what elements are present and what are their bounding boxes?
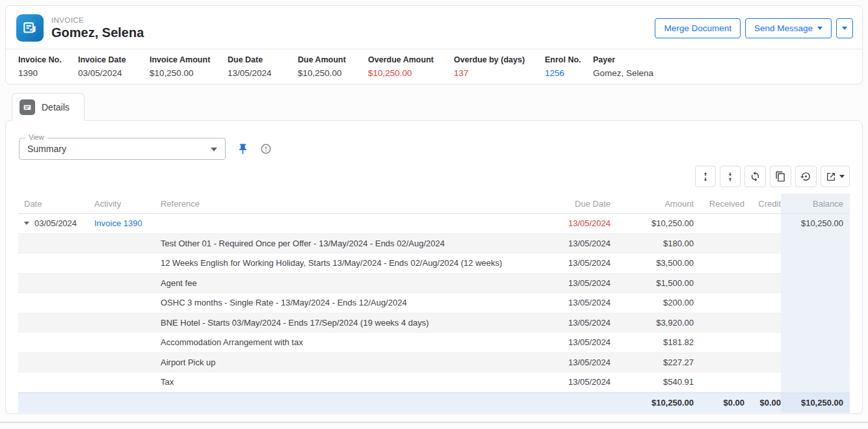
totals-received: $0.00 [694,393,744,413]
summary-field-overdue-by-days: Overdue by (days)137 [454,55,545,78]
line-activity [94,234,161,254]
invoice-link[interactable]: Invoice 1390 [94,218,142,228]
field-value: $10,250.00 [368,68,454,78]
col-header-due-date: Due Date [539,194,611,213]
page: INVOICE Gomez, Selena Merge Document Sen… [0,0,868,429]
history-button[interactable] [795,166,817,187]
col-header-reference: Reference [161,194,539,213]
invoice-line-row: Airport Pick up13/05/2024$227.27 [18,353,850,373]
line-date [18,274,94,293]
line-due-date: 13/05/2024 [539,313,611,333]
export-button[interactable] [821,166,850,187]
header-title-block: INVOICE Gomez, Selena [16,14,144,42]
col-header-balance: Balance [781,194,850,213]
parent-row-amount: $10,250.00 [611,214,694,233]
invoice-line-row: Test Other 01 - Required Once per Offer … [18,234,850,254]
tab-details-label: Details [42,102,70,112]
parent-row-reference [161,214,539,233]
line-reference: 12 Weeks English for Working Holiday, St… [161,254,539,273]
parent-row-received [694,214,744,233]
collapse-row-icon[interactable] [24,222,29,225]
send-message-label: Send Message [754,23,813,33]
collapse-rows-icon [725,172,735,182]
line-balance [781,293,850,313]
line-received [694,254,744,273]
more-actions-button[interactable] [836,18,853,38]
summary-field-overdue-amount: Overdue Amount$10,250.00 [368,55,454,78]
invoice-icon [16,14,44,42]
line-date [18,313,94,333]
totals-date [18,393,94,413]
history-icon [800,171,811,182]
field-label: Invoice No. [18,55,78,64]
line-date [18,293,94,313]
parent-row-activity: Invoice 1390 [94,214,161,233]
send-message-button[interactable]: Send Message [745,18,832,38]
view-select-value: Summary [20,138,225,159]
line-amount: $3,920.00 [611,313,694,333]
refresh-button[interactable] [744,166,766,187]
field-value: 03/05/2024 [78,68,150,78]
info-icon[interactable] [260,143,272,155]
invoice-line-row: BNE Hotel - Starts 03/May/2024 - Ends 17… [18,313,850,333]
line-due-date: 13/05/2024 [539,333,611,352]
collapse-rows-button[interactable] [720,166,741,187]
totals-amount: $10,250.00 [611,393,694,413]
copy-button[interactable] [770,166,791,187]
line-received [694,333,744,352]
merge-document-button[interactable]: Merge Document [655,18,741,38]
line-reference: Airport Pick up [161,353,539,372]
line-balance [781,254,850,273]
col-header-credit: Credit [744,194,781,213]
field-label: Invoice Amount [150,55,228,64]
expand-rows-button[interactable] [695,166,716,187]
view-select[interactable]: View Summary [19,138,226,160]
invoice-lines-table: Date Activity Reference Due Date Amount … [18,194,850,413]
line-credit [744,234,781,254]
page-title: Gomez, Selena [51,25,144,40]
summary-field-invoice-date: Invoice Date03/05/2024 [78,55,150,78]
copy-icon [775,171,786,182]
invoice-line-row: Accommodation Arrangement with tax13/05/… [18,333,850,353]
invoice-line-row: Agent fee13/05/2024$1,500.00 [18,274,850,294]
table-body: Test Other 01 - Required Once per Offer … [18,234,850,393]
line-credit [744,274,781,293]
invoice-line-row: OSHC 3 months - Single Rate - 13/May/202… [18,293,850,313]
invoice-header-card: INVOICE Gomez, Selena Merge Document Sen… [5,5,863,84]
field-label: Enrol No. [545,55,593,64]
expand-rows-icon [700,172,711,182]
parent-date-text: 03/05/2024 [34,218,77,228]
view-select-label: View [25,133,47,141]
field-label: Due Amount [298,55,368,64]
chevron-down-icon [842,27,847,30]
line-reference: Tax [161,372,539,392]
pin-icon[interactable] [237,143,249,155]
col-header-activity: Activity [94,194,161,213]
enrol-no-link[interactable]: 1256 [545,68,593,78]
line-credit [744,333,781,352]
line-amount: $540.91 [611,372,694,392]
totals-balance: $10,250.00 [781,393,850,413]
field-value: 137 [454,68,545,78]
invoice-line-row: Tax13/05/2024$540.91 [18,372,850,393]
line-reference: BNE Hotel - Starts 03/May/2024 - Ends 17… [161,313,539,333]
parent-row-due-date: 13/05/2024 [539,214,611,233]
tab-details[interactable]: Details [12,93,85,121]
line-reference: Test Other 01 - Required Once per Offer … [161,234,539,254]
view-row: View Summary [19,138,272,160]
export-icon [826,172,836,182]
line-reference: Accommodation Arrangement with tax [161,333,539,352]
line-activity [94,254,161,273]
details-icon [20,99,35,115]
chevron-down-icon [817,27,822,30]
field-label: Invoice Date [78,55,150,64]
line-received [694,372,744,392]
col-header-received: Received [694,194,744,213]
chevron-down-icon [211,148,217,151]
line-activity [94,313,161,333]
field-value: $10,250.00 [298,68,368,78]
header-actions: Merge Document Send Message [655,18,853,38]
field-label: Due Date [228,55,298,64]
summary-field-invoice-amount: Invoice Amount$10,250.00 [150,55,228,78]
field-label: Payer [593,55,653,64]
